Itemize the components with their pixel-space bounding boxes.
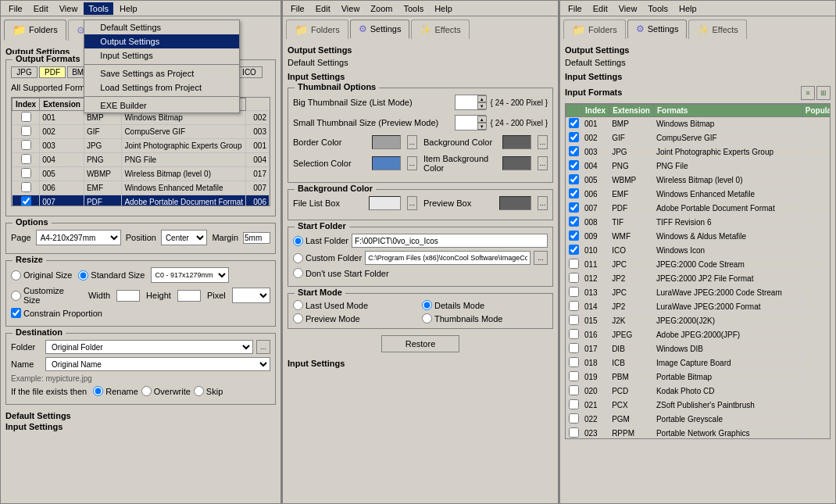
standard-size-option[interactable]: Standard Size (78, 270, 145, 281)
row-check[interactable] (566, 230, 582, 244)
small-thumb-spinbox[interactable]: 96 ▲ ▼ (455, 115, 486, 130)
col-check[interactable] (566, 105, 582, 117)
standard-size-select[interactable]: C0 - 917x1279mm (151, 267, 229, 283)
table-row[interactable]: 014 JP2 LuraWave JPEG:2000 Format 010 (566, 300, 831, 314)
dropdown-input-settings[interactable]: Input Settings (84, 48, 239, 63)
rename-option[interactable]: Rename (93, 386, 138, 396)
fmt-btn-pdf[interactable]: PDF (39, 66, 66, 78)
table-row[interactable]: 023 RPPM Portable Network Graphics 016 (566, 427, 831, 440)
mid-tab-folders[interactable]: 📁 Folders (286, 20, 348, 39)
folder-browse-btn[interactable]: ... (256, 340, 270, 354)
custom-folder-input[interactable] (365, 251, 531, 265)
table-row[interactable]: 019 PBM Portable Bitmap 012 (566, 370, 831, 384)
margin-input[interactable] (243, 232, 270, 244)
last-used-mode-radio[interactable] (293, 300, 303, 310)
table-row[interactable]: 012 JP2 JPEG:2000 JP2 File Format 010 (566, 272, 831, 286)
details-mode-option[interactable]: Details Mode (422, 300, 548, 310)
dropdown-save-settings[interactable]: Save Settings as Project (84, 66, 239, 80)
menu-view[interactable]: View (55, 2, 83, 15)
table-row[interactable]: 003 JPG Joint Photographic Experts Group… (566, 145, 831, 159)
last-folder-input[interactable] (352, 234, 548, 248)
table-row[interactable]: 013 JPC LuraWave JPEG:2000 Code Stream 0… (566, 286, 831, 300)
col-ext[interactable]: Extension (40, 98, 84, 111)
custom-size-option[interactable]: Customize Size (11, 286, 82, 305)
mid-tab-effects[interactable]: ✨ Effects (411, 20, 469, 39)
table-row[interactable]: 018 ICB Image Capture Board 020 (566, 356, 831, 370)
table-row[interactable]: 007 PDF Adobe Portable Document Format 0… (13, 195, 270, 207)
width-input[interactable] (116, 290, 140, 302)
table-row[interactable]: 002 GIF CompuServe GIF 003 (13, 125, 270, 139)
right-menu-edit[interactable]: Edit (588, 2, 613, 15)
col-index[interactable]: Index (13, 98, 40, 111)
position-select[interactable]: Center (161, 230, 208, 245)
table-row[interactable]: 011 JPC JPEG:2000 Code Stream 010 (566, 258, 831, 272)
right-tab-folders[interactable]: 📁 Folders (563, 20, 626, 39)
mid-menu-edit[interactable]: Edit (311, 2, 335, 15)
row-check[interactable] (566, 300, 582, 314)
dropdown-default-settings[interactable]: Default Settings (84, 20, 239, 34)
row-check[interactable] (566, 272, 582, 286)
folder-select[interactable]: Original Folder (45, 340, 253, 354)
row-check[interactable] (566, 188, 582, 202)
mid-menu-help[interactable]: Help (430, 2, 457, 15)
table-row[interactable]: 007 PDF Adobe Portable Document Format 0… (566, 202, 831, 216)
last-folder-option[interactable]: Last Folder (293, 236, 348, 246)
row-check[interactable] (566, 202, 582, 216)
table-row[interactable]: 004 PNG PNG File 004 (13, 153, 270, 167)
table-row[interactable]: 002 GIF CompuServe GIF 003 (566, 131, 831, 145)
name-select[interactable]: Original Name (45, 357, 270, 371)
original-size-option[interactable]: Original Size (11, 270, 72, 281)
right-menu-file[interactable]: File (563, 2, 587, 15)
input-formats-table-wrapper[interactable]: Index Extension Formats Popularity 001 B… (565, 103, 831, 439)
row-check[interactable] (13, 181, 40, 195)
table-row[interactable]: 005 WBMP Wireless Bitmap (level 0) 017 (566, 173, 831, 188)
table-row[interactable]: 015 J2K JPEG:2000(J2K) 010 (566, 314, 831, 328)
row-check[interactable] (566, 216, 582, 230)
big-thumb-down[interactable]: ▼ (477, 102, 487, 109)
preview-mode-radio[interactable] (293, 313, 303, 323)
table-row[interactable]: 006 EMF Windows Enhanced Metafile 007 (566, 188, 831, 202)
small-thumb-down[interactable]: ▼ (477, 123, 487, 130)
menu-edit[interactable]: Edit (29, 2, 53, 15)
file-list-color-box[interactable] (369, 196, 402, 210)
table-row[interactable]: 016 JPEG Adobe JPEG:2000(JPF) 010 (566, 328, 831, 342)
table-row[interactable]: 009 WMF Windows & Aldus Metafile 009 (566, 230, 831, 244)
border-color-edit[interactable]: ... (407, 135, 417, 149)
table-row[interactable]: 003 JPG Joint Photographic Experts Group… (13, 139, 270, 153)
rename-radio[interactable] (93, 386, 103, 396)
row-check[interactable] (566, 328, 582, 342)
selection-color-edit[interactable]: ... (407, 156, 417, 170)
right-menu-view[interactable]: View (614, 2, 642, 15)
border-color-box[interactable] (372, 135, 400, 149)
dropdown-load-settings[interactable]: Load Settings from Project (84, 80, 239, 95)
row-check[interactable] (566, 244, 582, 258)
item-bg-color-box[interactable] (502, 156, 531, 170)
thumbnails-mode-radio[interactable] (422, 313, 432, 323)
col-popularity[interactable]: Popularity (802, 105, 831, 117)
col-fmt[interactable]: Formats (653, 105, 802, 117)
details-mode-radio[interactable] (422, 300, 432, 310)
table-row[interactable]: 008 TIF TIFF Revision 6 008 (566, 216, 831, 230)
table-row[interactable]: 020 PCD Kodak Photo CD 013 (566, 384, 831, 399)
right-tab-effects[interactable]: ✨ Effects (688, 20, 746, 39)
row-check[interactable] (13, 111, 40, 125)
row-check[interactable] (566, 159, 582, 173)
menu-file[interactable]: File (4, 2, 27, 15)
table-row[interactable]: 017 DIB Windows DIB 019 (566, 342, 831, 356)
last-folder-radio[interactable] (293, 236, 303, 246)
menu-tools[interactable]: Tools (84, 2, 113, 15)
row-check[interactable] (566, 413, 582, 427)
pixel-select[interactable] (232, 288, 270, 303)
row-check[interactable] (13, 167, 40, 181)
formats-table-wrapper[interactable]: Index Extension Formats Popularity 001 B… (11, 97, 270, 206)
bg-color-box[interactable] (502, 135, 531, 149)
fmt-btn-jpg[interactable]: JPG (11, 66, 38, 78)
row-check[interactable] (566, 131, 582, 145)
standard-size-radio[interactable] (78, 270, 88, 281)
row-check[interactable] (566, 145, 582, 159)
dropdown-exe-builder[interactable]: EXE Builder (84, 98, 239, 113)
tab-folders[interactable]: 📁 Folders (4, 20, 66, 41)
row-check[interactable] (566, 173, 582, 188)
preview-color-box[interactable] (499, 196, 532, 210)
big-thumb-input[interactable]: 160 (456, 98, 477, 107)
